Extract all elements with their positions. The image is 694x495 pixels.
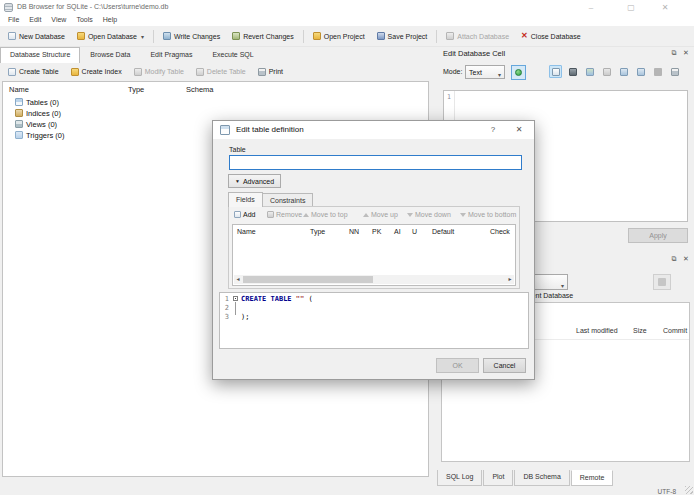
- remove-field-button[interactable]: Remove: [267, 211, 302, 218]
- tree-column-name[interactable]: Name: [9, 85, 29, 94]
- float-panel-icon[interactable]: ⧉: [669, 255, 679, 263]
- new-database-button[interactable]: New Database: [2, 29, 71, 43]
- menu-help[interactable]: Help: [98, 15, 122, 26]
- open-project-button[interactable]: Open Project: [307, 29, 371, 43]
- move-down-icon: [407, 213, 413, 217]
- revert-changes-button[interactable]: Revert Changes: [226, 29, 300, 43]
- close-icon[interactable]: ✕: [652, 0, 678, 15]
- column-size[interactable]: Size: [633, 327, 647, 334]
- set-null-icon[interactable]: [600, 65, 613, 78]
- table-icon: [220, 125, 230, 135]
- column-check[interactable]: Check: [490, 228, 510, 235]
- move-to-bottom-button[interactable]: Move to bottom: [460, 211, 516, 218]
- column-default[interactable]: Default: [432, 228, 454, 235]
- resize-grip[interactable]: [685, 486, 693, 494]
- menu-file[interactable]: File: [3, 15, 24, 26]
- minimize-icon[interactable]: –: [578, 0, 604, 15]
- table-name-input[interactable]: [229, 155, 522, 170]
- tree-item-tables[interactable]: Tables (0): [3, 97, 428, 108]
- mode-select[interactable]: Text ▾: [465, 65, 505, 79]
- column-commit[interactable]: Commit: [663, 327, 687, 334]
- delete-table-button[interactable]: Delete Table: [190, 65, 252, 79]
- mode-label: Mode:: [443, 68, 462, 75]
- scroll-left-icon[interactable]: ◂: [234, 275, 242, 284]
- binary-mode-icon[interactable]: [566, 65, 579, 78]
- column-name[interactable]: Name: [237, 228, 256, 235]
- tab-fields[interactable]: Fields: [228, 192, 263, 207]
- line-number: 1: [222, 295, 229, 303]
- export-data-icon[interactable]: [634, 65, 647, 78]
- chevron-down-icon: ▾: [498, 71, 501, 78]
- column-pk[interactable]: PK: [372, 228, 381, 235]
- tab-plot[interactable]: Plot: [483, 470, 513, 486]
- horizontal-scrollbar[interactable]: ◂ ▸: [234, 275, 514, 284]
- main-toolbar: New Database Open Database ▾ Write Chang…: [0, 26, 694, 47]
- dialog-close-icon[interactable]: ✕: [510, 122, 528, 138]
- modify-table-icon: [134, 68, 142, 76]
- column-ai[interactable]: AI: [394, 228, 401, 235]
- code-fold-icon[interactable]: [233, 296, 238, 301]
- open-database-button[interactable]: Open Database ▾: [71, 29, 150, 43]
- tab-remote[interactable]: Remote: [571, 470, 614, 486]
- tab-constraints[interactable]: Constraints: [262, 193, 313, 207]
- dialog-titlebar: Edit table definition ? ✕: [213, 121, 534, 139]
- tree-column-schema[interactable]: Schema: [186, 85, 214, 94]
- close-panel-icon[interactable]: ✕: [681, 49, 691, 57]
- tab-db-schema[interactable]: DB Schema: [514, 470, 569, 486]
- ok-button[interactable]: OK: [436, 358, 479, 373]
- tree-column-type[interactable]: Type: [128, 85, 144, 94]
- triggers-icon: [15, 131, 23, 139]
- scroll-right-icon[interactable]: ▸: [506, 275, 514, 284]
- create-table-button[interactable]: Create Table: [2, 65, 65, 79]
- column-u[interactable]: U: [412, 228, 417, 235]
- cancel-button[interactable]: Cancel: [483, 358, 526, 373]
- tab-sql-log[interactable]: SQL Log: [437, 470, 482, 486]
- modify-table-button[interactable]: Modify Table: [128, 65, 190, 79]
- tab-browse-data[interactable]: Browse Data: [80, 47, 140, 63]
- text-mode-icon[interactable]: [549, 65, 562, 78]
- tab-edit-pragmas[interactable]: Edit Pragmas: [140, 47, 202, 63]
- column-nn[interactable]: NN: [349, 228, 359, 235]
- menu-tools[interactable]: Tools: [71, 15, 97, 26]
- write-changes-icon: [163, 32, 171, 40]
- tables-icon: [15, 98, 23, 106]
- import-data-icon[interactable]: [617, 65, 630, 78]
- print-cell-icon[interactable]: [668, 65, 681, 78]
- apply-button[interactable]: Apply: [628, 228, 688, 243]
- tab-database-structure[interactable]: Database Structure: [0, 47, 80, 63]
- help-icon[interactable]: ?: [484, 122, 502, 138]
- move-up-button[interactable]: Move up: [363, 211, 398, 218]
- sql-preview-editor[interactable]: 1 2 3 CREATE TABLE "" ( );: [219, 292, 529, 349]
- tree-item-indices[interactable]: Indices (0): [3, 108, 428, 119]
- auto-apply-toggle[interactable]: [511, 65, 526, 80]
- close-database-button[interactable]: ✕ Close Database: [515, 29, 587, 43]
- create-index-button[interactable]: Create Index: [65, 65, 128, 79]
- menu-view[interactable]: View: [46, 15, 71, 26]
- move-to-top-button[interactable]: Move to top: [303, 211, 348, 218]
- image-mode-icon[interactable]: [583, 65, 596, 78]
- close-panel-icon[interactable]: ✕: [681, 255, 691, 263]
- write-changes-button[interactable]: Write Changes: [157, 29, 226, 43]
- move-down-button[interactable]: Move down: [407, 211, 451, 218]
- scrollbar-thumb[interactable]: [243, 276, 373, 283]
- separator-dot-icon: [651, 65, 664, 78]
- toolbar-separator: [436, 30, 437, 43]
- tab-execute-sql[interactable]: Execute SQL: [202, 47, 263, 63]
- structure-toolbar: Create Table Create Index Modify Table D…: [0, 63, 430, 80]
- print-button[interactable]: Print: [252, 65, 289, 79]
- column-last-modified[interactable]: Last modified: [576, 327, 618, 334]
- add-icon: [234, 211, 241, 218]
- edit-table-definition-dialog: Edit table definition ? ✕ Table ▼ Advanc…: [212, 120, 535, 380]
- save-project-button[interactable]: Save Project: [371, 29, 434, 43]
- open-project-icon: [313, 32, 321, 40]
- add-field-button[interactable]: Add: [234, 211, 255, 218]
- menu-edit[interactable]: Edit: [24, 15, 46, 26]
- advanced-button[interactable]: ▼ Advanced: [228, 174, 281, 188]
- maximize-icon[interactable]: ▢: [618, 0, 644, 15]
- float-panel-icon[interactable]: ⧉: [669, 49, 679, 57]
- attach-database-button[interactable]: Attach Database: [440, 29, 515, 43]
- encoding-status: UTF-8: [658, 488, 676, 495]
- toolbar-separator: [153, 30, 154, 43]
- column-type[interactable]: Type: [310, 228, 325, 235]
- remote-action-button[interactable]: [653, 274, 671, 290]
